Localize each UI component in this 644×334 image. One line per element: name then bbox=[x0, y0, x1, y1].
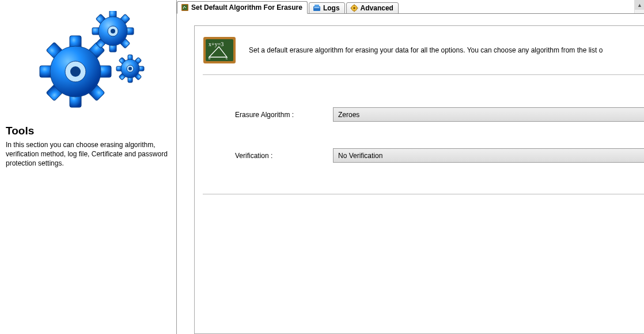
svg-rect-37 bbox=[314, 7, 320, 8]
verification-value: No Verification bbox=[338, 152, 382, 160]
chalkboard-icon: x+y=3 b c bbox=[203, 36, 236, 64]
logs-icon bbox=[313, 4, 321, 12]
intro-text: Set a default erasure algorithm for eras… bbox=[249, 46, 603, 54]
intro-row: x+y=3 b c Set a default erasure algorith… bbox=[195, 26, 644, 74]
tab-label: Set Default Algorithm For Erasure bbox=[191, 3, 302, 12]
tab-logs[interactable]: Logs bbox=[309, 2, 345, 14]
tab-strip: Set Default Algorithm For Erasure Logs A… bbox=[177, 1, 644, 14]
svg-point-39 bbox=[353, 7, 355, 9]
sidebar-title: Tools bbox=[6, 125, 171, 137]
svg-point-21 bbox=[111, 29, 115, 33]
advanced-icon bbox=[350, 4, 358, 12]
separator bbox=[203, 194, 644, 194]
svg-text:x+y=3: x+y=3 bbox=[209, 41, 223, 47]
svg-rect-34 bbox=[183, 5, 188, 10]
erasure-algorithm-value: Zeroes bbox=[338, 111, 359, 119]
svg-point-10 bbox=[70, 66, 81, 77]
sidebar-panel: Tools In this section you can choose era… bbox=[0, 0, 177, 334]
main-panel: Set Default Algorithm For Erasure Logs A… bbox=[177, 0, 644, 334]
tab-content: x+y=3 b c Set a default erasure algorith… bbox=[177, 14, 644, 334]
tab-label: Advanced bbox=[361, 4, 393, 12]
verification-select[interactable]: No Verification bbox=[333, 148, 644, 163]
verification-label: Verification : bbox=[235, 152, 333, 160]
tools-gears-icon bbox=[6, 5, 171, 114]
erasure-algorithm-select[interactable]: Zeroes bbox=[333, 107, 644, 122]
tab-advanced[interactable]: Advanced bbox=[346, 2, 399, 14]
options-section: Erasure Algorithm : Zeroes Verification … bbox=[195, 75, 644, 194]
sidebar-description: In this section you can choose erasing a… bbox=[6, 140, 171, 168]
tab-label: Logs bbox=[323, 4, 340, 12]
tab-set-default-algorithm[interactable]: Set Default Algorithm For Erasure bbox=[177, 1, 308, 14]
svg-point-32 bbox=[128, 67, 132, 70]
erasure-algorithm-label: Erasure Algorithm : bbox=[235, 111, 333, 119]
scroll-up-arrow-icon[interactable]: ▲ bbox=[635, 0, 644, 10]
eraser-icon bbox=[181, 3, 189, 12]
content-card: x+y=3 b c Set a default erasure algorith… bbox=[194, 25, 644, 334]
svg-rect-36 bbox=[315, 5, 319, 7]
svg-text:c: c bbox=[226, 57, 228, 60]
